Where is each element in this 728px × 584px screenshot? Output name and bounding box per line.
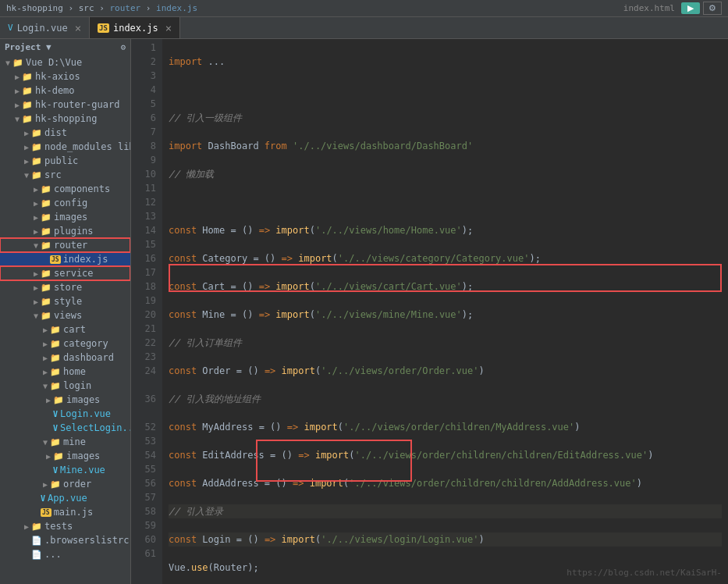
folder-icon: 📁 xyxy=(22,114,33,124)
tab-label: index.js xyxy=(113,23,158,34)
tree-item-images[interactable]: ▶ 📁 images xyxy=(0,210,130,224)
folder-icon: 📁 xyxy=(41,226,51,237)
tree-item-login-images[interactable]: ▶ 📁 images xyxy=(0,393,130,407)
code-content: import ... // 引入一级组件 import DashBoard fr… xyxy=(162,39,728,584)
tree-label: style xyxy=(54,296,82,307)
index-html-label: index.html xyxy=(623,3,675,13)
vue-icon: V xyxy=(53,410,58,418)
expand-arrow: ▼ xyxy=(12,115,22,123)
tree-item-router[interactable]: ▼ 📁 router xyxy=(0,238,130,252)
tree-label: login xyxy=(63,380,91,391)
tree-label: hk-axios xyxy=(35,71,80,82)
tree-item-mine-images[interactable]: ▶ 📁 images xyxy=(0,449,130,463)
close-icon[interactable]: × xyxy=(75,22,81,34)
sidebar: Project ▼ ⚙ ▼ 📁 Vue D:\Vue ▶ 📁 hk-axios … xyxy=(0,39,131,584)
tree-item-cart[interactable]: ▶ 📁 cart xyxy=(0,322,130,337)
tree-label: images xyxy=(66,394,100,405)
tree-label: Mine.vue xyxy=(60,465,105,475)
tree-item-mine-vue[interactable]: V Mine.vue xyxy=(0,463,130,477)
folder-icon: 📁 xyxy=(41,212,51,223)
tree-item-hk-shopping[interactable]: ▼ 📁 hk-shopping xyxy=(0,112,130,126)
folder-icon: 📁 xyxy=(31,170,42,180)
close-icon[interactable]: × xyxy=(165,22,172,34)
tree-item-browserslistrc[interactable]: 📄 .browserslistrc xyxy=(0,533,130,547)
tree-item-hk-router-guard[interactable]: ▶ 📁 hk-router-guard xyxy=(0,98,130,112)
folder-icon: 📁 xyxy=(12,58,23,68)
tab-index-js[interactable]: JS index.js × xyxy=(90,17,180,38)
js-icon: JS xyxy=(41,508,51,517)
tree-item-src[interactable]: ▼ 📁 src xyxy=(0,168,130,182)
tree-item-hk-axios[interactable]: ▶ 📁 hk-axios xyxy=(0,69,130,84)
folder-icon: 📁 xyxy=(53,395,64,405)
tree-label: public xyxy=(44,155,78,166)
expand-arrow: ▶ xyxy=(31,283,41,292)
tree-item-vue-root[interactable]: ▼ 📁 Vue D:\Vue xyxy=(0,55,130,69)
tree-item-components[interactable]: ▶ 📁 components xyxy=(0,182,130,196)
tree-label: App.vue xyxy=(48,493,87,504)
tab-bar: V Login.vue × JS index.js × xyxy=(0,17,728,39)
vue-icon: V xyxy=(53,466,58,475)
tree-item-style[interactable]: ▶ 📁 style xyxy=(0,294,130,308)
expand-arrow: ▶ xyxy=(41,326,50,334)
tree-item-login[interactable]: ▼ 📁 login xyxy=(0,379,130,393)
watermark: https://blog.csdn.net/KaiSarH- xyxy=(566,568,722,578)
tree-item-store[interactable]: ▶ 📁 store xyxy=(0,280,130,294)
expand-arrow: ▶ xyxy=(12,73,22,81)
tree-label: service xyxy=(54,268,94,279)
folder-icon: 📁 xyxy=(53,451,64,461)
tree-label: router xyxy=(54,240,87,251)
tree-item-views[interactable]: ▼ 📁 views xyxy=(0,308,130,322)
tree-item-public[interactable]: ▶ 📁 public xyxy=(0,154,130,168)
tree-item-etc[interactable]: 📄 ... xyxy=(0,547,130,561)
tree-label: SelectLogin... xyxy=(60,422,130,433)
folder-icon: 📁 xyxy=(22,100,33,110)
vue-icon: V xyxy=(8,23,13,33)
tree-label: src xyxy=(44,169,62,180)
tree-label: dist xyxy=(44,127,67,138)
tree-item-login-vue[interactable]: V Login.vue xyxy=(0,407,130,421)
tree-item-tests[interactable]: ▶ 📁 tests xyxy=(0,519,130,533)
expand-arrow: ▶ xyxy=(12,101,22,109)
tree-item-service[interactable]: ▶ 📁 service xyxy=(0,266,130,280)
expand-arrow: ▶ xyxy=(41,354,50,362)
tree-item-hk-demo[interactable]: ▶ 📁 hk-demo xyxy=(0,84,130,98)
folder-icon: 📁 xyxy=(41,240,51,251)
tree-item-node-modules[interactable]: ▶ 📁 node_modules libra... xyxy=(0,140,130,154)
folder-icon: 📁 xyxy=(31,522,42,532)
tree-label: config xyxy=(54,198,87,208)
tree-item-index-js[interactable]: JS index.js xyxy=(0,252,130,266)
folder-icon: 📁 xyxy=(50,437,61,447)
tree-label: node_modules libra... xyxy=(44,141,130,152)
main-content: Project ▼ ⚙ ▼ 📁 Vue D:\Vue ▶ 📁 hk-axios … xyxy=(0,39,728,584)
tree-label: order xyxy=(63,479,91,490)
folder-icon: 📁 xyxy=(41,311,51,321)
tree-item-app-vue[interactable]: V App.vue xyxy=(0,491,130,505)
tree-item-category[interactable]: ▶ 📁 category xyxy=(0,337,130,351)
vue-icon: V xyxy=(41,494,45,503)
folder-icon: 📁 xyxy=(41,184,51,194)
run-button[interactable]: ▶ xyxy=(681,2,700,14)
tree-item-dist[interactable]: ▶ 📁 dist xyxy=(0,126,130,140)
tree-item-home[interactable]: ▶ 📁 home xyxy=(0,365,130,379)
folder-icon: 📁 xyxy=(31,142,42,152)
tree-label: images xyxy=(66,450,100,461)
expand-arrow: ▶ xyxy=(31,199,41,208)
tree-label: index.js xyxy=(63,254,108,265)
expand-arrow: ▶ xyxy=(31,185,41,194)
tab-login-vue[interactable]: V Login.vue × xyxy=(0,17,90,38)
tree-item-config[interactable]: ▶ 📁 config xyxy=(0,196,130,210)
tree-item-mine[interactable]: ▼ 📁 mine xyxy=(0,435,130,449)
folder-icon: 📁 xyxy=(50,381,61,391)
tree-item-selectlogin[interactable]: V SelectLogin... xyxy=(0,421,130,435)
tree-item-main-js[interactable]: JS main.js xyxy=(0,505,130,519)
expand-arrow: ▶ xyxy=(12,87,22,95)
tree-item-plugins[interactable]: ▶ 📁 plugins xyxy=(0,224,130,238)
expand-arrow: ▼ xyxy=(3,59,12,67)
folder-icon: 📁 xyxy=(50,353,61,363)
code-editor[interactable]: 1 2 3 4 5 6 7 8 9 10 11 12 13 14 15 16 1… xyxy=(131,39,728,584)
debug-button[interactable]: ⚙ xyxy=(703,2,722,15)
tree-item-order[interactable]: ▶ 📁 order xyxy=(0,477,130,491)
tree-label: cart xyxy=(63,324,86,335)
gear-icon[interactable]: ⚙ xyxy=(120,42,126,52)
tree-item-dashboard[interactable]: ▶ 📁 dashboard xyxy=(0,351,130,365)
